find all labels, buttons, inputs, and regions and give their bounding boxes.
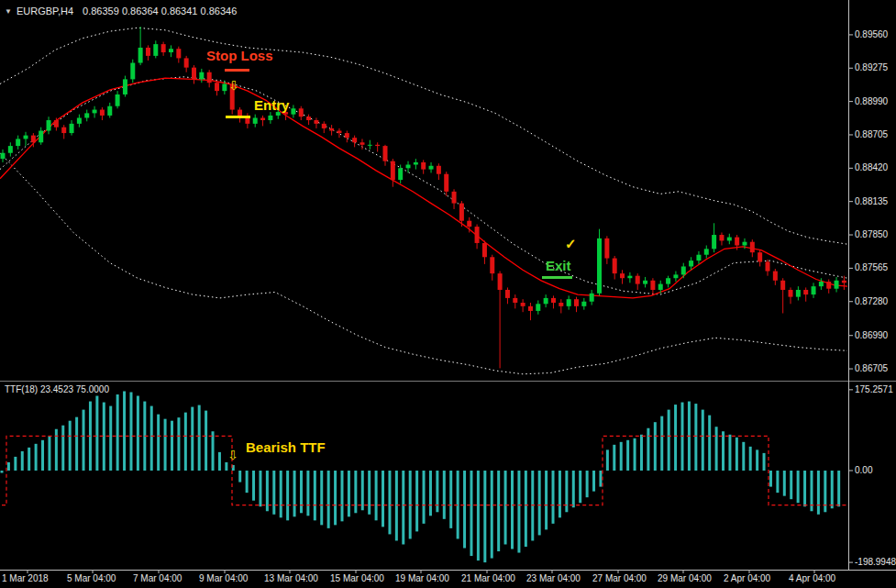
stop-loss-label[interactable]: Stop Loss	[206, 48, 273, 63]
candle-body	[215, 83, 219, 91]
ttf-bar	[327, 471, 330, 528]
candle-body	[306, 116, 311, 120]
ttf-bar	[341, 471, 344, 521]
price-axis-label: 0.87565	[855, 262, 888, 272]
candle-body	[345, 133, 349, 138]
price-axis-label: 0.87850	[855, 229, 888, 239]
candle-body	[666, 278, 670, 283]
ttf-bar	[736, 438, 738, 471]
ttf-bar	[668, 410, 670, 471]
candle-body	[8, 146, 13, 153]
ttf-bar	[817, 471, 820, 515]
ttf-bar	[423, 471, 426, 524]
candle-body	[513, 298, 517, 303]
candle-body	[199, 72, 204, 80]
candle-body	[452, 192, 457, 204]
exit-line[interactable]	[542, 276, 572, 279]
check-mark-icon[interactable]: ✓	[565, 236, 577, 252]
ttf-bar	[69, 421, 72, 471]
ttf-bar	[702, 410, 704, 471]
candle-body	[590, 294, 594, 302]
candle-body	[490, 257, 494, 273]
candle-body	[24, 136, 28, 139]
ttf-bar	[763, 453, 766, 471]
ttf-bar	[225, 462, 227, 471]
ttf-bar	[361, 471, 364, 510]
candle-body	[153, 44, 158, 56]
ttf-bar	[837, 471, 840, 506]
candle-body	[437, 166, 441, 174]
entry-label[interactable]: Entry	[254, 97, 289, 113]
candle-body	[467, 221, 471, 227]
ttf-bar	[382, 471, 384, 527]
candle-body	[31, 136, 36, 143]
ttf-bar	[123, 391, 126, 471]
candle-body	[375, 145, 380, 146]
ttf-bar	[538, 471, 541, 535]
ttf-bar	[83, 410, 85, 471]
candle-body	[789, 290, 793, 297]
candle-body	[780, 281, 785, 290]
ttf-bar	[783, 471, 786, 496]
time-axis-label: 7 Mar 04:00	[133, 573, 182, 583]
candle-body	[742, 242, 747, 246]
price-axis-label: 0.89275	[855, 62, 888, 72]
candle-body	[581, 302, 586, 306]
candle-body	[368, 145, 372, 146]
chart-header: ▼EURGBP,H40.86359 0.86364 0.86341 0.8634…	[5, 6, 237, 17]
ttf-bar	[599, 471, 602, 487]
candle-body	[574, 299, 579, 306]
entry-line[interactable]	[226, 116, 250, 118]
candle-body	[268, 116, 272, 120]
candle-body	[107, 106, 112, 116]
ttf-bar	[742, 442, 745, 471]
ttf-bar	[634, 438, 636, 471]
ttf-bar	[776, 471, 779, 493]
candle-body	[116, 94, 120, 106]
ttf-bar	[449, 471, 452, 528]
ttf-bar	[35, 444, 38, 471]
candle-body	[636, 276, 640, 284]
indicator-axis-label: -198.9948	[855, 557, 896, 567]
candle-body	[130, 63, 135, 80]
window-menu-icon[interactable]: ▼	[5, 7, 12, 16]
down-arrow-icon[interactable]: ⇩	[227, 448, 238, 462]
ttf-bar	[314, 471, 316, 520]
ttf-bar	[184, 413, 187, 471]
ttf-bar	[504, 471, 507, 544]
stop-loss-line[interactable]	[225, 69, 249, 72]
candle-body	[536, 304, 540, 311]
ttf-bar	[640, 435, 643, 471]
candle-body	[337, 131, 341, 134]
exit-label[interactable]: Exit	[546, 258, 571, 273]
candle-body	[93, 110, 97, 114]
ttf-bar	[620, 442, 623, 471]
candle-body	[54, 120, 59, 128]
plot-area[interactable]	[0, 27, 847, 562]
ttf-bar	[388, 471, 391, 534]
price-axis-label: 0.88990	[855, 96, 888, 106]
ttf-bar	[198, 405, 201, 471]
candle-body	[391, 161, 395, 180]
candle-body	[658, 284, 663, 290]
indicator-axis-label: 0.00	[855, 465, 872, 475]
bearish-ttf-label[interactable]: Bearish TTF	[246, 439, 326, 455]
candle-body	[803, 290, 808, 294]
ttf-bar	[565, 471, 568, 512]
ttf-bar	[252, 471, 255, 501]
candle-body	[498, 273, 503, 290]
candle-body	[39, 131, 43, 143]
ttf-bar	[28, 448, 30, 471]
down-arrow-icon[interactable]: ⇩	[228, 78, 239, 93]
ttf-bar	[660, 416, 663, 471]
candle-body	[459, 204, 464, 221]
ttf-bar	[55, 429, 58, 471]
ttf-bar	[300, 471, 303, 513]
candle-body	[735, 238, 739, 246]
candle-body	[613, 259, 617, 274]
price-axis-label: 0.89560	[855, 29, 888, 39]
ttf-bar	[238, 471, 241, 483]
price-chart-canvas[interactable]	[0, 0, 896, 588]
ttf-bar	[116, 394, 119, 471]
ttf-bar	[171, 421, 173, 471]
